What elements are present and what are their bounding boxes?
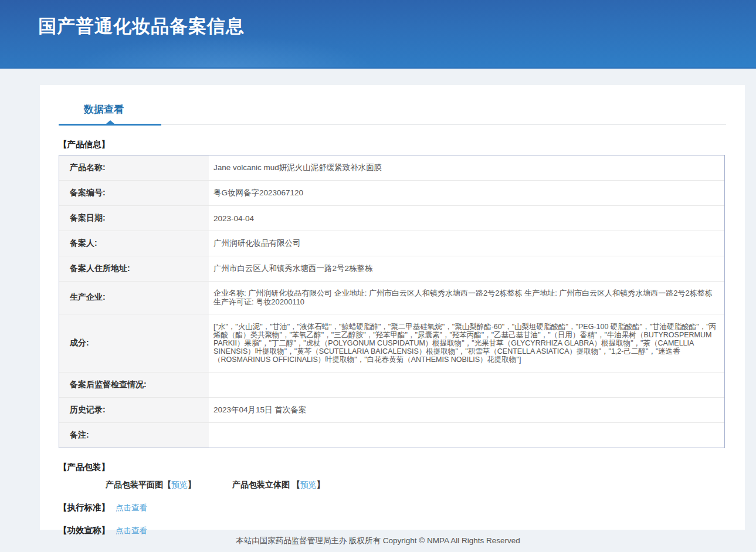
packaging-3d-label: 产品包装立体图	[232, 480, 290, 489]
table-row: 备案后监督检查情况:	[59, 372, 724, 398]
row-value-supervision	[209, 372, 724, 397]
packaging-links-row: 产品包装平面图【预览】 产品包装立体图 【预览】	[106, 480, 726, 490]
row-value-remarks	[209, 423, 724, 448]
table-row: 备案日期: 2023-04-04	[59, 206, 724, 231]
table-row: 历史记录: 2023年04月15日 首次备案	[59, 398, 724, 423]
row-value-manufacturer: 企业名称: 广州润研化妆品有限公司 企业地址: 广州市白云区人和镇秀水塘西一路2…	[209, 282, 724, 314]
table-row: 备案人住所地址: 广州市白云区人和镇秀水塘西一路2号2栋整栋	[59, 256, 724, 282]
row-label-history: 历史记录:	[59, 398, 209, 422]
standard-view-link[interactable]: 点击查看	[116, 503, 147, 512]
table-row: 备案编号: 粤G妆网备字2023067120	[59, 181, 724, 206]
row-label-registration-date: 备案日期:	[59, 206, 209, 231]
row-value-ingredients: ["水"，"火山泥"，"甘油"，"液体石蜡"，"鲸蜡硬脂醇"，"聚二甲基硅氧烷"…	[209, 314, 724, 372]
standard-section: 【执行标准】点击查看	[59, 502, 726, 513]
table-row: 备注:	[59, 423, 724, 448]
row-label-ingredients: 成分:	[59, 314, 209, 372]
row-value-registration-number: 粤G妆网备字2023067120	[209, 181, 724, 205]
tab-triangle-icon	[106, 120, 114, 124]
page-header: 国产普通化妆品备案信息	[0, 0, 756, 69]
bracket-open: 【	[292, 480, 300, 489]
row-value-registrant-address: 广州市白云区人和镇秀水塘西一路2号2栋整栋	[209, 256, 724, 281]
product-info-table: 产品名称: Jane volcanic mud妍泥火山泥舒缓紧致补水面膜 备案编…	[59, 155, 725, 448]
bracket-close: 】	[188, 480, 196, 489]
page-footer: 本站由国家药品监督管理局主办 版权所有 Copyright © NMPA All…	[0, 530, 756, 552]
section-packaging: 【产品包装】	[59, 462, 726, 473]
section-product-info: 【产品信息】	[59, 139, 726, 150]
row-value-registration-date: 2023-04-04	[209, 206, 724, 231]
row-label-registrant-address: 备案人住所地址:	[59, 256, 209, 281]
table-row: 成分: ["水"，"火山泥"，"甘油"，"液体石蜡"，"鲸蜡硬脂醇"，"聚二甲基…	[59, 314, 724, 372]
tab-active-indicator	[59, 124, 161, 126]
row-value-product-name: Jane volcanic mud妍泥火山泥舒缓紧致补水面膜	[209, 155, 724, 180]
tab-divider	[59, 124, 726, 125]
table-row: 产品名称: Jane volcanic mud妍泥火山泥舒缓紧致补水面膜	[59, 155, 724, 181]
row-label-supervision: 备案后监督检查情况:	[59, 372, 209, 397]
table-row: 备案人: 广州润研化妆品有限公司	[59, 231, 724, 256]
page-title: 国产普通化妆品备案信息	[38, 14, 245, 39]
content-card: 数据查看 【产品信息】 产品名称: Jane volcanic mud妍泥火山泥…	[40, 85, 745, 530]
row-label-product-name: 产品名称:	[59, 155, 209, 180]
section-standard-label: 【执行标准】	[59, 503, 110, 512]
bracket-open: 【	[163, 480, 171, 489]
row-label-registrant: 备案人:	[59, 231, 209, 256]
table-row: 生产企业: 企业名称: 广州润研化妆品有限公司 企业地址: 广州市白云区人和镇秀…	[59, 282, 724, 314]
packaging-flat-label: 产品包装平面图	[106, 480, 163, 489]
tab-data-view[interactable]: 数据查看	[84, 103, 124, 124]
footer-copyright: 本站由国家药品监督管理局主办 版权所有 Copyright © NMPA All…	[236, 536, 520, 546]
tab-strip: 数据查看	[40, 85, 745, 125]
bracket-close: 】	[317, 480, 325, 489]
row-value-history: 2023年04月15日 首次备案	[209, 398, 724, 422]
packaging-flat-item: 产品包装平面图【预览】	[106, 480, 198, 489]
row-label-registration-number: 备案编号:	[59, 181, 209, 205]
row-label-manufacturer: 生产企业:	[59, 282, 209, 314]
packaging-3d-preview-link[interactable]: 预览	[300, 480, 317, 489]
row-label-remarks: 备注:	[59, 423, 209, 448]
packaging-3d-item: 产品包装立体图 【预览】	[232, 480, 325, 489]
packaging-flat-preview-link[interactable]: 预览	[171, 480, 188, 489]
row-value-registrant: 广州润研化妆品有限公司	[209, 231, 724, 256]
